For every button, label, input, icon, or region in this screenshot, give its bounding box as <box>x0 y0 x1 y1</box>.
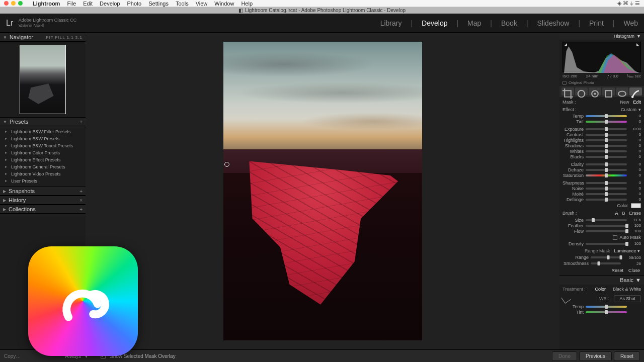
slider-shadows[interactable] <box>586 145 627 147</box>
navigator-header[interactable]: ▼Navigator FIT FILL 1:1 3:1 <box>0 33 86 42</box>
module-picker[interactable]: Library| Develop| Map| Book| Slideshow| … <box>380 19 638 27</box>
spot-tool-icon[interactable] <box>575 87 588 96</box>
navigator-sizes[interactable]: FIT FILL 1:1 3:1 <box>46 35 83 40</box>
crop-tool-icon[interactable] <box>561 87 574 96</box>
slider-sharpness[interactable] <box>586 182 627 184</box>
brush-color[interactable]: Color <box>559 202 644 209</box>
product-name: Adobe Lightroom Classic CC <box>19 18 77 23</box>
menu-help[interactable]: Help <box>241 1 253 7</box>
slider-blacks[interactable] <box>586 156 627 158</box>
module-web[interactable]: Web <box>623 19 638 27</box>
preset-folder[interactable]: Lightroom Effect Presets <box>0 156 86 163</box>
brush-close[interactable]: Close <box>628 268 640 273</box>
brush-size-slider[interactable] <box>586 219 627 221</box>
presets-header[interactable]: ▼Presets+ <box>0 117 86 126</box>
redeye-tool-icon[interactable] <box>589 87 601 96</box>
preset-folder[interactable]: User Presets <box>0 177 86 185</box>
preset-folder[interactable]: Lightroom B&W Presets <box>0 135 86 142</box>
histogram-header[interactable]: Histogram ▼ <box>559 33 644 40</box>
menu-photo[interactable]: Photo <box>127 1 141 7</box>
menu-tools[interactable]: Tools <box>176 1 189 7</box>
mask-label: Mask : <box>562 100 576 105</box>
menu-window[interactable]: Window <box>214 1 234 7</box>
brush-tool-icon[interactable] <box>629 87 642 96</box>
brush-tab-erase[interactable]: Erase <box>629 211 641 216</box>
slider-saturation[interactable] <box>586 174 627 176</box>
effect-label: Effect : <box>562 107 577 112</box>
wb-preset[interactable]: As Shot <box>614 295 641 302</box>
preset-folder[interactable]: Lightroom General Presets <box>0 163 86 170</box>
svg-point-0 <box>578 90 585 97</box>
slider-highlights[interactable] <box>586 139 627 141</box>
slider-contrast[interactable] <box>586 134 627 136</box>
module-map[interactable]: Map <box>467 19 481 27</box>
histogram[interactable] <box>562 42 641 72</box>
slider-moiré[interactable] <box>586 193 627 195</box>
menu-file[interactable]: File <box>67 1 76 7</box>
module-library[interactable]: Library <box>380 19 402 27</box>
basic-tint-slider[interactable] <box>586 311 627 313</box>
basic-temp-slider[interactable] <box>586 306 627 308</box>
slider-temp[interactable] <box>586 115 627 117</box>
svg-point-5 <box>631 96 634 98</box>
radial-tool-icon[interactable] <box>616 87 628 96</box>
done-button[interactable]: Done <box>552 351 577 361</box>
wb-dropper-icon[interactable] <box>561 294 571 303</box>
brush-tab-a[interactable]: A <box>615 211 618 216</box>
slider-clarity[interactable] <box>586 163 627 165</box>
mask-new[interactable]: New <box>620 100 629 105</box>
brush-reset[interactable]: Reset <box>611 268 623 273</box>
menu-settings[interactable]: Settings <box>148 1 169 7</box>
slider-exposure[interactable] <box>586 128 627 130</box>
snapshots-header[interactable]: ▶Snapshots+ <box>0 187 86 196</box>
range-mask-range-slider[interactable] <box>591 256 621 258</box>
module-develop[interactable]: Develop <box>422 19 447 27</box>
navigator-thumbnail[interactable] <box>20 45 66 114</box>
slider-noise[interactable] <box>586 188 627 190</box>
color-swatch-icon[interactable] <box>631 203 641 208</box>
preset-folder[interactable]: Lightroom B&W Toned Presets <box>0 142 86 149</box>
module-print[interactable]: Print <box>589 19 604 27</box>
svg-rect-3 <box>605 90 612 97</box>
menu-edit[interactable]: Edit <box>83 1 93 7</box>
brush-flow-slider[interactable] <box>586 230 627 232</box>
photo-canvas[interactable] <box>223 42 422 340</box>
mask-edit[interactable]: Edit <box>633 100 641 105</box>
range-mask-mode[interactable]: Luminance <box>614 248 636 253</box>
menu-develop[interactable]: Develop <box>100 1 120 7</box>
brush-density-slider[interactable] <box>586 243 627 245</box>
preset-folder[interactable]: Lightroom Color Presets <box>0 149 86 156</box>
brush-tab-b[interactable]: B <box>622 211 625 216</box>
brush-feather-slider[interactable] <box>586 225 627 227</box>
auto-mask[interactable]: Auto Mask <box>559 234 644 241</box>
basic-panel-header[interactable]: Basic ▼ <box>559 275 644 285</box>
brush-pin-icon[interactable] <box>224 162 229 167</box>
menubar-app[interactable]: Lightroom <box>33 1 60 7</box>
slider-whites[interactable] <box>586 150 627 152</box>
slider-defringe[interactable] <box>586 199 627 201</box>
preset-folder[interactable]: Lightroom Video Presets <box>0 170 86 177</box>
traffic-min-icon[interactable] <box>11 1 16 6</box>
hist-aperture: ƒ / 8.0 <box>607 74 618 78</box>
module-slideshow[interactable]: Slideshow <box>537 19 570 27</box>
menu-view[interactable]: View <box>196 1 208 7</box>
preset-folder[interactable]: Lightroom B&W Filter Presets <box>0 128 86 135</box>
user-name: Valerie Noell <box>19 23 77 29</box>
original-photo-toggle[interactable]: Original Photo <box>559 79 644 86</box>
treatment-color[interactable]: Color <box>595 287 606 292</box>
collections-header[interactable]: ▶Collections+ <box>0 205 86 214</box>
traffic-close-icon[interactable] <box>4 1 9 6</box>
copy-button[interactable]: Copy… <box>4 353 21 359</box>
preset-list[interactable]: Lightroom B&W Filter PresetsLightroom B&… <box>0 126 86 187</box>
gradient-tool-icon[interactable] <box>602 87 615 96</box>
reset-button[interactable]: Reset <box>614 351 640 361</box>
traffic-zoom-icon[interactable] <box>18 1 23 6</box>
effect-value[interactable]: Custom <box>621 107 636 112</box>
module-book[interactable]: Book <box>501 19 517 27</box>
history-header[interactable]: ▶History× <box>0 196 86 205</box>
slider-dehaze[interactable] <box>586 169 627 171</box>
range-mask-smooth-slider[interactable] <box>591 262 621 264</box>
slider-tint[interactable] <box>586 121 627 123</box>
previous-button[interactable]: Previous <box>579 351 612 361</box>
treatment-bw[interactable]: Black & White <box>613 287 641 292</box>
